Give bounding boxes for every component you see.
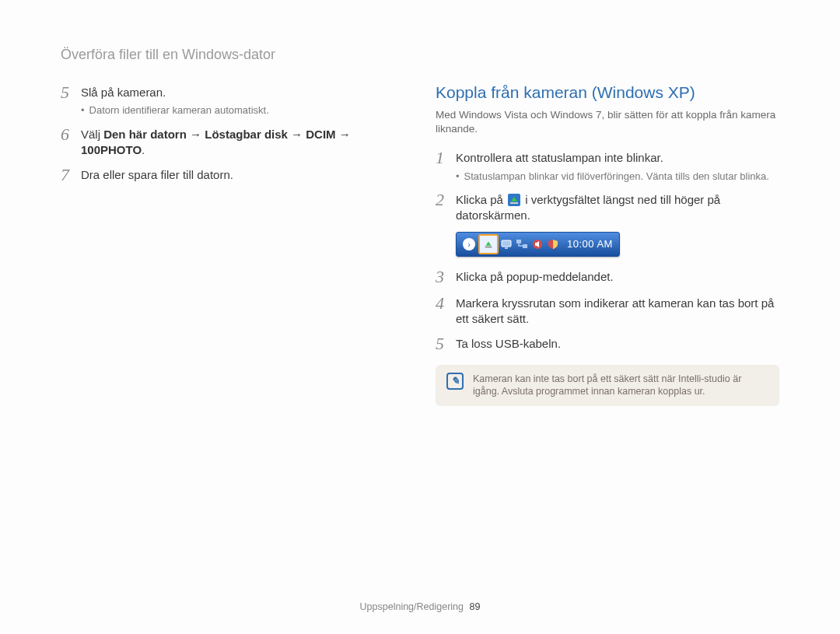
page-footer: Uppspelning/Redigering 89 — [0, 601, 840, 612]
bullet-icon: • — [81, 103, 85, 117]
shield-icon — [547, 238, 559, 250]
path-seg-3: DCIM — [306, 128, 335, 141]
highlighted-tray-icon — [478, 234, 499, 254]
svg-rect-2 — [485, 246, 492, 247]
step-number: 3 — [436, 268, 456, 286]
bullet-icon: • — [456, 170, 460, 184]
step-number: 6 — [61, 125, 81, 144]
document-page: Överföra filer till en Windows-dator 5 S… — [0, 0, 840, 634]
step-number: 4 — [436, 294, 456, 313]
step-7: 7 Dra eller spara filer till datorn. — [61, 166, 404, 184]
step-body: Välj Den här datorn → Löstagbar disk → D… — [81, 125, 404, 159]
step-text: Ta loss USB-kabeln. — [456, 337, 561, 350]
arrow-icon: → — [288, 128, 306, 141]
footer-section: Uppspelning/Redigering — [360, 601, 464, 612]
period: . — [142, 143, 145, 156]
tray-clock: 10:00 AM — [567, 238, 613, 250]
step-body: Klicka på i verktygsfältet längst ned ti… — [456, 191, 779, 224]
page-title: Överföra filer till en Windows-dator — [61, 47, 779, 63]
step-prefix: Välj — [81, 128, 103, 141]
note-text: Kameran kan inte tas bort på ett säkert … — [473, 373, 768, 399]
chevron-right-icon: › — [463, 238, 475, 250]
svg-rect-4 — [505, 247, 508, 249]
path-seg-1: Den här datorn — [103, 128, 187, 141]
path-seg-4: 100PHOTO — [81, 143, 142, 156]
system-tray-illustration: › — [456, 232, 779, 257]
step-4: 4 Markera kryssrutan som indikerar att k… — [436, 294, 779, 328]
step-5: 5 Slå på kameran. • Datorn identifierar … — [61, 83, 404, 117]
display-icon — [500, 238, 513, 250]
step-5r: 5 Ta loss USB-kabeln. — [436, 335, 779, 353]
step-3: 3 Klicka på popup-meddelandet. — [436, 268, 779, 286]
step-body: Slå på kameran. • Datorn identifierar ka… — [81, 83, 404, 117]
step-number: 1 — [436, 149, 456, 167]
svg-rect-6 — [523, 244, 527, 248]
step-body: Klicka på popup-meddelandet. — [456, 268, 779, 285]
right-column: Koppla från kameran (Windows XP) Med Win… — [436, 83, 779, 406]
arrow-icon: → — [336, 128, 351, 141]
step-number: 5 — [436, 335, 456, 353]
volume-icon — [531, 238, 544, 250]
step-text: Dra eller spara filer till datorn. — [81, 168, 233, 181]
step-6: 6 Välj Den här datorn → Löstagbar disk →… — [61, 125, 404, 159]
step-body: Dra eller spara filer till datorn. — [81, 166, 404, 183]
step-text: Klicka på popup-meddelandet. — [456, 270, 614, 283]
step-sub: • Datorn identifierar kameran automatisk… — [81, 103, 404, 117]
left-column: 5 Slå på kameran. • Datorn identifierar … — [61, 83, 404, 406]
svg-rect-5 — [516, 240, 521, 243]
step-text: Slå på kameran. — [81, 85, 404, 100]
step-2: 2 Klicka på i verktygsfältet längst ned … — [436, 191, 779, 224]
step-sub-text: Statuslampan blinkar vid filöverföringen… — [464, 170, 769, 184]
step-text: Markera kryssrutan som indikerar att kam… — [456, 296, 774, 325]
section-heading: Koppla från kameran (Windows XP) — [436, 83, 779, 102]
path-seg-2: Löstagbar disk — [205, 128, 288, 141]
step-number: 7 — [61, 166, 81, 184]
svg-rect-3 — [502, 240, 511, 247]
step-1: 1 Kontrollera att statuslampan inte blin… — [436, 149, 779, 183]
step-body: Ta loss USB-kabeln. — [456, 335, 779, 352]
note-icon: ✎ — [446, 373, 464, 390]
system-tray: › — [456, 232, 620, 257]
two-column-layout: 5 Slå på kameran. • Datorn identifierar … — [61, 83, 779, 406]
arrow-icon: → — [187, 128, 205, 141]
step-2-text-a: Klicka på — [456, 193, 506, 206]
step-text: Kontrollera att statuslampan inte blinka… — [456, 150, 779, 166]
step-number: 2 — [436, 191, 456, 209]
safely-remove-icon — [508, 194, 520, 206]
page-number: 89 — [470, 601, 481, 612]
svg-rect-1 — [510, 202, 518, 204]
safely-remove-icon — [483, 239, 494, 250]
step-sub: • Statuslampan blinkar vid filöverföring… — [456, 170, 779, 184]
step-number: 5 — [61, 83, 81, 102]
section-subtitle: Med Windows Vista och Windows 7, blir sä… — [436, 108, 779, 136]
step-sub-text: Datorn identifierar kameran automatiskt. — [89, 103, 269, 117]
step-body: Kontrollera att statuslampan inte blinka… — [456, 149, 779, 183]
network-icon — [516, 238, 528, 250]
step-body: Markera kryssrutan som indikerar att kam… — [456, 294, 779, 328]
note-box: ✎ Kameran kan inte tas bort på ett säker… — [436, 365, 779, 407]
